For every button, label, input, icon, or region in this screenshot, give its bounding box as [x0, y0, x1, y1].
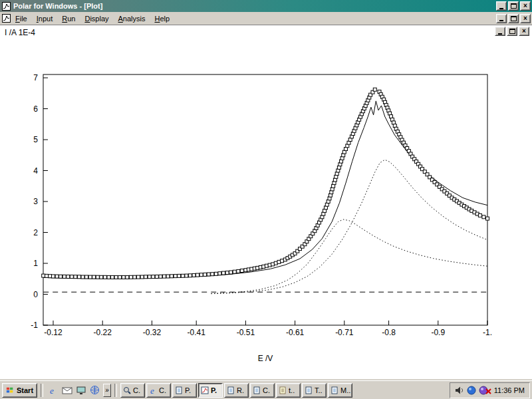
- menu-help[interactable]: Help: [150, 13, 174, 24]
- taskbar-button-5[interactable]: R.: [224, 383, 249, 398]
- y-tick-label: 4: [33, 166, 38, 176]
- square-marker: [218, 272, 221, 275]
- square-marker: [137, 275, 140, 279]
- window-title: Polar for Windows - [Plot]: [13, 2, 102, 10]
- square-marker: [214, 272, 217, 275]
- square-marker: [70, 275, 73, 279]
- x-tick-label: -0.61: [286, 328, 305, 337]
- x-tick-label: -0.71: [335, 328, 354, 337]
- square-marker: [486, 217, 489, 220]
- taskbar-button-3[interactable]: P.: [172, 383, 197, 398]
- square-marker: [74, 275, 77, 279]
- square-marker: [103, 275, 106, 279]
- y-tick-label: 2: [33, 228, 38, 237]
- page-icon: [227, 386, 235, 394]
- taskbar-button-4[interactable]: P.: [198, 383, 223, 398]
- minimize-icon: [499, 8, 503, 9]
- quick-launch-overflow-button[interactable]: »: [103, 384, 111, 397]
- system-tray: 11:36 PM: [450, 382, 530, 398]
- square-marker: [100, 275, 103, 279]
- minimize-button[interactable]: [496, 1, 507, 11]
- windows-flag-icon: [6, 386, 14, 394]
- taskbar-button-label: P.: [211, 386, 217, 394]
- square-marker: [174, 275, 177, 278]
- square-marker: [185, 274, 188, 277]
- taskbar-button-label: R.: [237, 386, 244, 394]
- square-marker: [207, 273, 210, 276]
- square-marker: [155, 275, 158, 279]
- component-peak-1: [211, 160, 488, 293]
- square-marker: [237, 269, 240, 273]
- minimize-button[interactable]: [496, 14, 507, 23]
- square-marker: [203, 273, 207, 276]
- x-tick-label: -1.: [483, 328, 492, 337]
- outlook-envelope-icon[interactable]: [61, 384, 73, 396]
- y-tick-label: 5: [33, 135, 38, 144]
- page-icon: [253, 386, 261, 394]
- task-buttons: C.eC.P.P.R.C.t..T..M..: [120, 383, 352, 398]
- square-marker: [478, 213, 481, 217]
- menu-analysis[interactable]: Analysis: [114, 13, 150, 24]
- square-marker: [107, 275, 110, 279]
- square-marker: [111, 275, 114, 279]
- menu-run[interactable]: Run: [57, 13, 80, 24]
- square-marker: [188, 274, 192, 277]
- square-marker: [133, 275, 136, 279]
- offline-red-x-icon[interactable]: [485, 388, 491, 394]
- y-tick-label: 0: [33, 290, 38, 299]
- notepad-icon: [279, 386, 287, 394]
- square-marker: [225, 271, 229, 275]
- square-marker: [122, 275, 125, 279]
- window-controls: ×: [496, 1, 531, 11]
- component-peak-2: [211, 219, 488, 294]
- square-marker: [222, 271, 225, 275]
- square-marker: [140, 275, 144, 279]
- x-axis-label: E /V: [219, 354, 312, 363]
- start-button[interactable]: Start: [2, 383, 37, 398]
- clock[interactable]: 11:36 PM: [494, 386, 525, 394]
- x-tick-label: -0.41: [188, 328, 206, 337]
- plot-window-icon[interactable]: [1, 14, 11, 23]
- x-tick-label: -0.51: [237, 328, 255, 337]
- globe-channels-icon[interactable]: [88, 384, 101, 396]
- square-marker: [373, 88, 376, 91]
- close-button[interactable]: ×: [520, 14, 531, 23]
- square-marker: [229, 271, 233, 274]
- maximize-button[interactable]: [508, 14, 519, 23]
- square-marker: [49, 275, 52, 278]
- y-tick-label: 3: [33, 197, 38, 206]
- show-desktop-icon[interactable]: [74, 384, 87, 396]
- square-marker: [81, 275, 84, 279]
- taskbar-button-1[interactable]: C.: [120, 383, 145, 398]
- menu-display[interactable]: Display: [80, 13, 113, 24]
- tray-icons: [455, 386, 491, 395]
- close-button[interactable]: ×: [520, 1, 531, 11]
- taskbar-button-9[interactable]: M..: [328, 383, 352, 398]
- square-marker: [196, 273, 200, 277]
- square-marker: [66, 275, 70, 279]
- menu-input[interactable]: Input: [32, 13, 57, 24]
- taskbar-divider: [114, 384, 117, 397]
- maximize-icon: [511, 16, 517, 21]
- square-marker: [170, 275, 174, 278]
- title-bar: Polar for Windows - [Plot] ×: [0, 0, 532, 12]
- menu-items: FileInputRunDisplayAnalysisHelp: [11, 13, 174, 24]
- y-tick-label: 6: [33, 104, 38, 114]
- maximize-button[interactable]: [508, 1, 519, 11]
- blue-tray-app-icon[interactable]: [467, 386, 476, 395]
- square-marker: [55, 275, 59, 278]
- taskbar-button-label: t..: [289, 386, 295, 394]
- menu-file[interactable]: File: [11, 13, 32, 24]
- square-marker: [78, 275, 81, 279]
- mdi-window-controls: ×: [496, 14, 531, 23]
- internet-explorer-icon[interactable]: e: [47, 384, 59, 396]
- taskbar-button-8[interactable]: T..: [302, 383, 327, 398]
- taskbar-button-2[interactable]: eC.: [146, 383, 171, 398]
- measured-curve: [42, 88, 489, 279]
- speaker-icon[interactable]: [455, 386, 464, 394]
- taskbar-button-7[interactable]: t..: [276, 383, 301, 398]
- square-marker: [88, 275, 92, 279]
- taskbar-button-6[interactable]: C.: [250, 383, 275, 398]
- page-icon: [305, 386, 313, 394]
- square-marker: [152, 275, 155, 279]
